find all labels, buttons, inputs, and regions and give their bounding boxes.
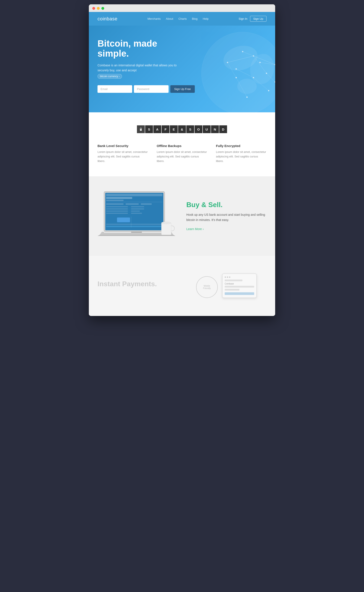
instant-payments-title: Instant Payments. [98, 280, 178, 288]
phone-brand-label: Coinbase [225, 283, 254, 285]
svg-point-27 [141, 130, 141, 130]
svg-rect-35 [126, 203, 139, 205]
instant-payments-section: Instant Payments. Mobile Friendly Coinba… [89, 255, 275, 316]
letter-u: U [203, 125, 211, 133]
feature-backups-title: Offline Backups [157, 144, 207, 148]
nav-help[interactable]: Help [203, 17, 209, 20]
svg-point-51 [161, 222, 171, 224]
buy-sell-content: Buy & Sell. Hook up any US bank account … [186, 201, 266, 231]
phone-dot-2 [227, 277, 228, 278]
svg-rect-41 [131, 206, 144, 207]
learn-more-link[interactable]: Learn More › [186, 227, 204, 231]
browser-window: coinbase Merchants About Charts Blog Hel… [89, 4, 275, 316]
svg-point-24 [242, 51, 243, 52]
traffic-light-close[interactable] [92, 7, 95, 10]
svg-rect-32 [106, 200, 124, 201]
buy-sell-title: Buy & Sell. [186, 201, 266, 209]
phone-dot-1 [225, 277, 226, 278]
nav-about[interactable]: About [166, 17, 173, 20]
feature-security-title: Bank Level Security [98, 144, 148, 148]
traffic-light-fullscreen[interactable] [101, 7, 104, 10]
svg-rect-49 [131, 232, 142, 233]
svg-rect-31 [106, 197, 132, 199]
lock-icon [137, 125, 145, 133]
svg-point-3 [237, 79, 257, 94]
phone-bar-2 [225, 286, 254, 287]
svg-rect-40 [106, 213, 128, 214]
svg-point-17 [266, 73, 267, 74]
buy-sell-section: Buy & Sell. Hook up any US bank account … [89, 176, 275, 255]
svg-point-14 [227, 62, 228, 63]
letter-amp: & [178, 125, 186, 133]
globe-illustration [193, 30, 275, 112]
feature-encrypted-title: Fully Encrypted [216, 144, 266, 148]
svg-rect-50 [161, 223, 171, 235]
hero-title: Bitcoin, made simple. [98, 39, 188, 59]
hero-content: Bitcoin, made simple. Coinbase is an int… [98, 39, 188, 93]
svg-rect-46 [117, 218, 130, 222]
letter-o: O [195, 125, 202, 133]
svg-rect-36 [141, 203, 152, 205]
arrow-right-icon: › [203, 227, 204, 231]
svg-rect-34 [106, 203, 124, 205]
svg-rect-44 [131, 213, 142, 214]
nav-charts[interactable]: Charts [178, 17, 187, 20]
badge-arrow-icon: › [119, 75, 120, 78]
svg-point-19 [235, 68, 237, 70]
svg-point-15 [253, 55, 254, 57]
site-header: coinbase Merchants About Charts Blog Hel… [89, 12, 275, 26]
letter-s1: S [145, 125, 153, 133]
signup-button[interactable]: Sign Up [250, 16, 266, 22]
mobile-friendly-circle: Mobile Friendly [196, 276, 218, 298]
letter-e: E [170, 125, 178, 133]
nav-merchants[interactable]: Merchants [148, 17, 161, 20]
svg-point-20 [253, 77, 254, 78]
svg-rect-42 [131, 208, 144, 209]
feature-backups: Offline Backups Lorem ipsum dolor sit am… [157, 144, 207, 163]
svg-point-21 [268, 90, 269, 91]
svg-rect-48 [106, 226, 162, 227]
svg-rect-45 [131, 217, 131, 227]
password-input[interactable] [134, 85, 169, 93]
phone-blue-bar [225, 292, 254, 295]
feature-security-desc: Lorem ipsum dolor sit amet, consectetur … [98, 150, 148, 163]
buy-sell-description: Hook up any US bank account and start bu… [186, 212, 266, 223]
phone-mockup-area: Mobile Friendly Coinbase [186, 273, 266, 298]
bitcoin-currency-badge[interactable]: bitcoin currency › [98, 74, 122, 79]
instant-payments-content: Instant Payments. [98, 280, 178, 292]
signin-button[interactable]: Sign In [239, 17, 247, 20]
letter-a: A [153, 125, 161, 133]
svg-rect-37 [106, 206, 128, 207]
email-input[interactable] [98, 85, 132, 93]
main-nav: Merchants About Charts Blog Help [148, 17, 209, 20]
svg-point-25 [259, 62, 261, 63]
laptop-mockup [98, 189, 176, 241]
safe-section: S A F E & S O U N D Bank Level Security … [89, 112, 275, 176]
svg-rect-39 [106, 211, 128, 212]
traffic-light-minimize[interactable] [97, 7, 100, 10]
svg-rect-47 [106, 224, 162, 225]
feature-encrypted-desc: Lorem ipsum dolor sit amet, consectetur … [216, 150, 266, 163]
svg-point-23 [246, 96, 248, 98]
letter-d: D [219, 125, 227, 133]
svg-rect-38 [106, 208, 128, 209]
letter-s2: S [186, 125, 194, 133]
safe-title: S A F E & S O U N D [137, 125, 227, 133]
nav-blog[interactable]: Blog [192, 17, 198, 20]
features-grid: Bank Level Security Lorem ipsum dolor si… [98, 144, 266, 163]
hero-description: Coinbase is an international digital wal… [98, 63, 188, 73]
letter-f: F [162, 125, 169, 133]
nav-actions: Sign In Sign Up [239, 16, 266, 22]
phone-bar-3 [225, 289, 239, 291]
laptop-area [98, 189, 178, 242]
signup-free-button[interactable]: Sign Up Free [170, 85, 195, 93]
phone-dots [225, 277, 254, 278]
letter-n: N [211, 125, 219, 133]
phone-bar-1 [225, 279, 242, 281]
browser-chrome [89, 4, 275, 12]
phone-frame: Coinbase [222, 273, 257, 298]
svg-rect-33 [106, 202, 162, 202]
svg-point-22 [235, 77, 237, 78]
feature-security: Bank Level Security Lorem ipsum dolor si… [98, 144, 148, 163]
svg-rect-43 [131, 211, 140, 212]
